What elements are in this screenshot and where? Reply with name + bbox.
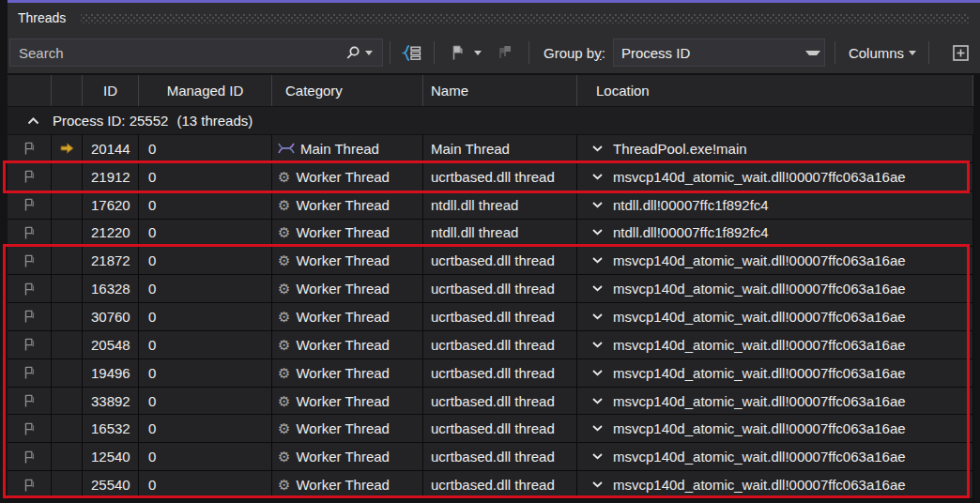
expand-stack-chevron-icon[interactable]: [592, 481, 603, 488]
location-text: msvcp140d_atomic_wait.dll!00007ffc063a16…: [613, 449, 906, 465]
location-text: msvcp140d_atomic_wait.dll!00007ffc063a16…: [613, 477, 906, 493]
location-cell: msvcp140d_atomic_wait.dll!00007ffc063a16…: [577, 443, 973, 470]
column-header-id[interactable]: ID: [83, 75, 139, 106]
flag-icon[interactable]: [22, 393, 37, 408]
flag-cell[interactable]: [8, 135, 52, 162]
column-header-current[interactable]: [52, 75, 83, 106]
table-row[interactable]: 16328 0 ⚙ Worker Thread ucrtbased.dll th…: [8, 275, 973, 303]
flag-icon[interactable]: [22, 478, 37, 493]
column-header-location[interactable]: Location: [577, 75, 973, 106]
expand-stack-chevron-icon[interactable]: [592, 229, 603, 236]
table-row[interactable]: 16532 0 ⚙ Worker Thread ucrtbased.dll th…: [8, 415, 973, 443]
column-header-managed-id[interactable]: Managed ID: [139, 75, 272, 106]
category-cell: ⚙ Worker Thread: [272, 415, 423, 442]
flag-icon[interactable]: [22, 309, 37, 324]
expand-stack-chevron-icon[interactable]: [592, 398, 603, 404]
managed-id-cell: 0: [139, 191, 272, 219]
columns-dropdown-button[interactable]: Columns: [844, 38, 921, 67]
group-by-caret-icon: [805, 51, 820, 55]
category-cell: ⚙ Worker Thread: [272, 331, 423, 358]
expand-stack-chevron-icon[interactable]: [592, 313, 603, 320]
table-row[interactable]: 20144 0 ⚙ Main Thread Main Thread Thread…: [8, 135, 973, 163]
flag-icon[interactable]: [22, 253, 37, 268]
thread-id-cell: 20548: [83, 331, 139, 358]
worker-thread-gear-icon: ⚙: [278, 338, 290, 352]
table-row[interactable]: 20548 0 ⚙ Worker Thread ucrtbased.dll th…: [8, 331, 973, 359]
expand-stack-chevron-icon[interactable]: [592, 174, 603, 180]
expand-stack-chevron-icon[interactable]: [592, 257, 603, 264]
flag-icon[interactable]: [22, 421, 37, 436]
location-cell: msvcp140d_atomic_wait.dll!00007ffc063a16…: [577, 163, 973, 191]
search-input[interactable]: [10, 45, 342, 61]
table-row[interactable]: 21872 0 ⚙ Worker Thread ucrtbased.dll th…: [8, 247, 973, 275]
worker-thread-gear-icon: ⚙: [278, 253, 290, 267]
flag-cell[interactable]: [8, 303, 52, 330]
titlebar-drag-handle[interactable]: [81, 14, 969, 23]
expand-stack-chevron-icon[interactable]: [592, 453, 603, 460]
expand-stack-chevron-icon[interactable]: [592, 145, 603, 152]
show-flagged-only-button[interactable]: [492, 38, 520, 67]
search-box[interactable]: [9, 38, 383, 67]
flag-icon[interactable]: [22, 225, 37, 240]
column-header-label: ID: [103, 83, 117, 99]
tool-window-titlebar[interactable]: Threads: [8, 3, 980, 32]
flag-cell[interactable]: [8, 443, 52, 470]
category-label: Worker Thread: [296, 169, 390, 185]
flag-icon[interactable]: [22, 169, 37, 184]
flag-icon[interactable]: [22, 365, 37, 380]
expand-callstacks-button[interactable]: [397, 38, 427, 67]
table-row[interactable]: 30760 0 ⚙ Worker Thread ucrtbased.dll th…: [8, 303, 973, 331]
table-row[interactable]: 25540 0 ⚙ Worker Thread ucrtbased.dll th…: [8, 471, 973, 499]
flag-icon: [450, 44, 467, 61]
location-text: ntdll.dll!00007ffc1f892fc4: [613, 224, 769, 240]
table-row[interactable]: 33892 0 ⚙ Worker Thread ucrtbased.dll th…: [8, 388, 973, 416]
expand-stack-chevron-icon[interactable]: [592, 425, 603, 432]
category-label: Worker Thread: [296, 420, 390, 436]
current-thread-cell: [52, 275, 83, 302]
collapse-group-chevron-icon[interactable]: [27, 117, 39, 125]
thread-id-cell: 12540: [83, 443, 139, 470]
flag-cell[interactable]: [8, 275, 52, 302]
expand-stack-chevron-icon[interactable]: [592, 370, 603, 376]
flag-cell[interactable]: [8, 163, 52, 191]
table-row[interactable]: 21220 0 ⚙ Worker Thread ntdll.dll thread…: [8, 220, 973, 248]
table-row[interactable]: 21912 0 ⚙ Worker Thread ucrtbased.dll th…: [8, 163, 973, 191]
managed-id-cell: 0: [139, 359, 272, 387]
flag-cell[interactable]: [8, 191, 52, 219]
location-cell: ntdll.dll!00007ffc1f892fc4: [577, 220, 973, 247]
flag-icon[interactable]: [22, 141, 37, 156]
flag-cell[interactable]: [8, 220, 52, 247]
name-cell: ucrtbased.dll thread: [423, 163, 577, 191]
table-row[interactable]: 12540 0 ⚙ Worker Thread ucrtbased.dll th…: [8, 443, 973, 471]
expand-all-groups-button[interactable]: [947, 38, 974, 67]
flag-cell[interactable]: [8, 331, 52, 358]
flag-icon[interactable]: [22, 337, 37, 352]
expand-stack-chevron-icon[interactable]: [592, 285, 603, 292]
expand-stack-chevron-icon[interactable]: [592, 342, 603, 348]
grid-header-row: IDManaged IDCategoryNameLocation: [8, 73, 973, 107]
flagged-threads-filter-icon: [497, 44, 515, 61]
group-by-dropdown[interactable]: Process ID: [613, 38, 825, 67]
thread-id-cell: 33892: [83, 388, 139, 415]
column-header-flag[interactable]: [8, 75, 52, 106]
category-cell: ⚙ Worker Thread: [272, 359, 423, 387]
flag-icon[interactable]: [22, 282, 37, 297]
expand-stack-chevron-icon[interactable]: [592, 202, 603, 208]
search-button[interactable]: [342, 39, 382, 66]
flag-cell[interactable]: [8, 388, 52, 415]
table-row[interactable]: 17620 0 ⚙ Worker Thread ntdll.dll thread…: [8, 191, 973, 220]
column-header-name[interactable]: Name: [423, 75, 577, 106]
current-thread-cell: [52, 247, 83, 274]
flag-cell[interactable]: [8, 247, 52, 274]
table-row[interactable]: 19496 0 ⚙ Worker Thread ucrtbased.dll th…: [8, 359, 973, 388]
managed-id: 0: [148, 281, 156, 297]
flag-icon[interactable]: [22, 450, 37, 465]
flag-icon[interactable]: [22, 197, 37, 212]
column-header-category[interactable]: Category: [272, 75, 423, 106]
flag-cell[interactable]: [8, 359, 52, 387]
flag-threads-button[interactable]: [445, 38, 486, 67]
category-cell: ⚙ Worker Thread: [272, 303, 423, 330]
process-group-row[interactable]: Process ID: 25552 (13 threads): [8, 107, 973, 135]
flag-cell[interactable]: [8, 471, 52, 498]
flag-cell[interactable]: [8, 415, 52, 442]
